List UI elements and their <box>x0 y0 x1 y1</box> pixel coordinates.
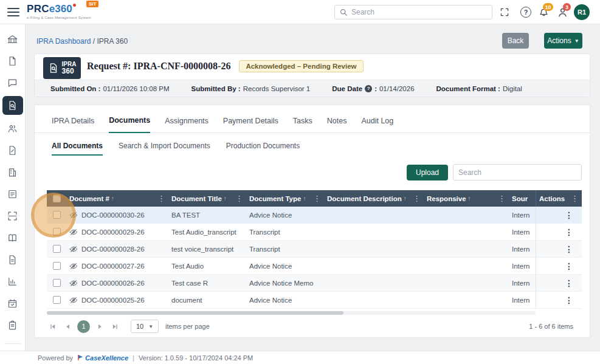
global-search[interactable] <box>334 5 492 19</box>
sort-asc-icon[interactable]: ↑ <box>111 195 114 202</box>
back-button[interactable]: Back <box>502 33 529 49</box>
table-row[interactable]: DOC-000000028-26 test voice_transcript T… <box>47 241 582 258</box>
table-row[interactable]: DOC-000000027-26 Test Audio Advice Notic… <box>47 258 582 275</box>
column-menu-icon[interactable]: ⋮ <box>157 194 165 203</box>
column-header-title[interactable]: Document Title↑⋮ <box>168 190 246 207</box>
column-header-source[interactable]: Sour <box>509 190 536 207</box>
tab-documents[interactable]: Documents <box>109 116 150 133</box>
row-checkbox[interactable] <box>53 245 61 253</box>
column-menu-icon[interactable]: ⋮ <box>571 194 579 203</box>
row-checkbox[interactable] <box>53 279 61 287</box>
ipra-badge-line2: 360 <box>62 67 77 75</box>
user-avatar[interactable]: R1 <box>574 4 590 20</box>
logo-text-e360: e360 <box>49 3 72 15</box>
subtab-search-import[interactable]: Search & Import Documents <box>119 142 210 156</box>
sort-asc-icon[interactable]: ↑ <box>404 195 407 202</box>
actions-dropdown-button[interactable]: Actions ▼ <box>544 33 582 49</box>
row-checkbox[interactable] <box>53 296 61 304</box>
select-all-checkbox[interactable] <box>53 194 61 202</box>
sidebar-item-users[interactable] <box>4 120 22 137</box>
tab-notes[interactable]: Notes <box>327 117 347 132</box>
eye-slash-icon[interactable] <box>69 262 78 270</box>
row-actions-menu-icon[interactable]: ⋮ <box>565 244 573 254</box>
fullscreen-icon[interactable] <box>500 7 509 19</box>
sort-asc-icon[interactable]: ↑ <box>224 195 227 202</box>
scrollbar-thumb[interactable] <box>47 311 343 315</box>
row-checkbox[interactable] <box>53 262 61 270</box>
tab-payment-details[interactable]: Payment Details <box>223 117 278 132</box>
last-page-button[interactable] <box>109 321 120 332</box>
subtab-bar: All Documents Search & Import Documents … <box>52 142 300 156</box>
global-search-input[interactable] <box>351 8 487 16</box>
sidebar-item-calendar[interactable] <box>4 295 22 312</box>
row-actions-menu-icon[interactable]: ⋮ <box>565 210 573 220</box>
eye-slash-icon[interactable] <box>69 228 78 236</box>
sidebar-item-library[interactable] <box>4 229 22 246</box>
tab-ipra-details[interactable]: IPRA Details <box>52 117 94 132</box>
due-date-help-icon[interactable]: ? <box>365 85 372 92</box>
sidebar-item-documents[interactable] <box>4 251 22 268</box>
logo-dot <box>73 4 76 7</box>
row-checkbox[interactable] <box>53 211 61 219</box>
casexellence-logo[interactable]: CaseXellence <box>77 354 128 362</box>
row-actions-menu-icon[interactable]: ⋮ <box>565 227 573 237</box>
tab-tasks[interactable]: Tasks <box>293 117 312 132</box>
chart-icon <box>7 276 18 287</box>
upload-button[interactable]: Upload <box>407 165 448 180</box>
environment-badge: SIT <box>86 1 98 7</box>
sidebar-item-clipboard[interactable] <box>4 317 22 334</box>
sidebar-item-messages[interactable] <box>4 74 22 91</box>
help-icon[interactable]: ? <box>520 7 531 18</box>
table-row[interactable]: DOC-000000030-26 BA TEST Advice Notice I… <box>47 207 582 224</box>
eye-slash-icon[interactable] <box>69 296 78 304</box>
app-logo[interactable]: PRCe360 e-Filing & Case Management Syste… <box>27 4 91 19</box>
sidebar-item-scan[interactable] <box>4 207 22 224</box>
sidebar-item-drafts[interactable] <box>4 142 22 159</box>
column-menu-icon[interactable]: ⋮ <box>413 194 421 203</box>
request-number: IPRA-CNF-0000008-26 <box>133 61 230 71</box>
subtab-all-documents[interactable]: All Documents <box>52 142 103 156</box>
eye-slash-icon[interactable] <box>69 279 78 287</box>
tab-assignments[interactable]: Assignments <box>165 117 209 132</box>
table-row[interactable]: DOC-000000029-26 Test Audio_transcript T… <box>47 224 582 241</box>
column-header-description[interactable]: Document Description↑⋮ <box>324 190 424 207</box>
horizontal-scrollbar[interactable] <box>47 311 536 315</box>
row-actions-menu-icon[interactable]: ⋮ <box>565 278 573 288</box>
table-row[interactable]: DOC-000000025-26 document Advice Notice … <box>47 292 582 309</box>
eye-slash-icon[interactable] <box>69 211 78 219</box>
sidebar-item-filings[interactable] <box>4 52 22 69</box>
request-info-strip: Submitted On :01/11/2026 10:08 PM Submit… <box>35 80 590 97</box>
eye-slash-icon[interactable] <box>69 245 78 253</box>
row-checkbox[interactable] <box>53 228 61 236</box>
row-actions-menu-icon[interactable]: ⋮ <box>565 261 573 271</box>
previous-page-button[interactable] <box>62 321 73 332</box>
row-actions-menu-icon[interactable]: ⋮ <box>565 295 573 305</box>
hamburger-menu-icon[interactable] <box>7 7 19 17</box>
table-search-input[interactable] <box>453 164 582 180</box>
sidebar-item-ipra[interactable] <box>2 96 23 115</box>
sidebar-item-tasks[interactable] <box>4 185 22 202</box>
column-header-doc-number[interactable]: Document #↑⋮ <box>66 190 168 207</box>
version-label: Version: 1.0.59 - 10/17/2024 04:24 PM <box>139 354 253 362</box>
sort-asc-icon[interactable]: ↑ <box>468 195 471 202</box>
page-size-dropdown[interactable]: 10▼ <box>131 320 159 333</box>
column-menu-icon[interactable]: ⋮ <box>235 194 243 203</box>
subtab-production[interactable]: Production Documents <box>226 142 300 156</box>
column-header-responsive[interactable]: Responsive↑⋮ <box>424 190 509 207</box>
sort-asc-icon[interactable]: ↑ <box>303 195 306 202</box>
column-header-type[interactable]: Document Type↑⋮ <box>246 190 324 207</box>
sidebar-item-reports[interactable] <box>4 273 22 290</box>
building-icon <box>7 167 18 177</box>
column-menu-icon[interactable]: ⋮ <box>313 194 321 203</box>
table-row[interactable]: DOC-000000026-26 Test case R Advice Noti… <box>47 275 582 292</box>
tab-audit-log[interactable]: Audit Log <box>361 117 393 132</box>
users-icon <box>7 123 18 134</box>
items-per-page-label: items per page <box>165 323 210 330</box>
breadcrumb-link-ipra-dashboard[interactable]: IPRA Dashboard <box>36 37 91 46</box>
column-menu-icon[interactable]: ⋮ <box>498 194 506 203</box>
current-page-button[interactable]: 1 <box>77 320 90 333</box>
first-page-button[interactable] <box>47 321 58 332</box>
next-page-button[interactable] <box>94 321 105 332</box>
sidebar-item-institution[interactable] <box>4 30 22 47</box>
sidebar-item-organization[interactable] <box>4 163 22 180</box>
